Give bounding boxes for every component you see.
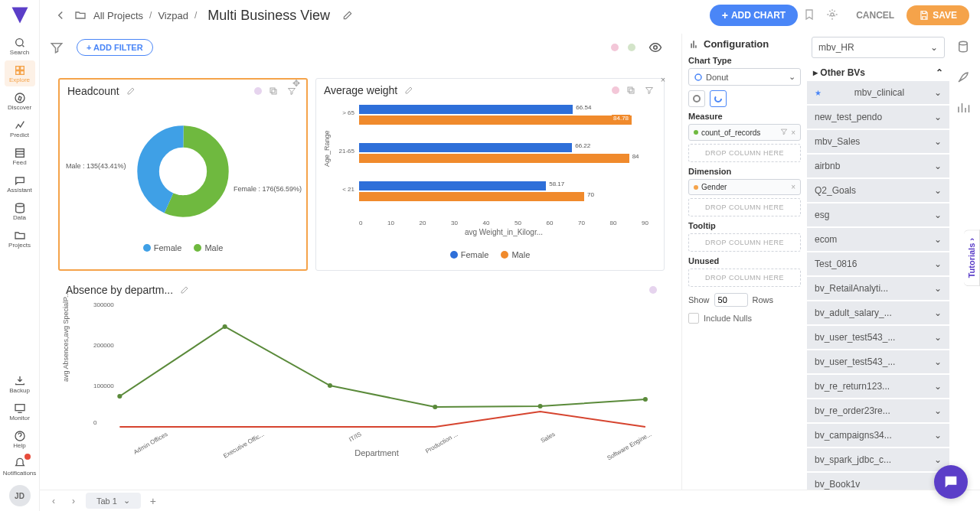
add-chart-button[interactable]: +ADD CHART: [710, 5, 799, 26]
copy-icon[interactable]: [624, 83, 638, 97]
save-button[interactable]: SAVE: [906, 5, 969, 25]
svg-point-10: [831, 13, 834, 16]
bv-item[interactable]: bv_user_test543_...⌄: [807, 350, 949, 373]
rail-style-icon[interactable]: [956, 70, 973, 87]
nav-help[interactable]: Help: [5, 426, 35, 452]
tutorials-tab[interactable]: Tutorials ›: [964, 229, 980, 286]
cancel-button[interactable]: CANCEL: [844, 5, 906, 25]
bar-female: 66.54: [359, 105, 573, 114]
remove-icon[interactable]: ×: [791, 129, 795, 137]
card-avgweight[interactable]: × Average weight Age_Range > 65 66.54 84…: [315, 78, 665, 271]
svg-point-19: [223, 324, 227, 329]
bv-list[interactable]: mbv_clinical⌄ new_test_pendo⌄ mbv_Sales⌄…: [807, 81, 949, 497]
nav-assistant[interactable]: Assistant: [5, 171, 35, 197]
remove-icon[interactable]: ×: [791, 183, 795, 191]
donut-ring-toggle[interactable]: [710, 90, 727, 107]
edit-icon[interactable]: [402, 83, 416, 97]
card-headcount[interactable]: Headcount Male : 135(43.41%) Female : 17…: [58, 78, 308, 271]
rail-db-icon[interactable]: [956, 40, 973, 57]
bv-item[interactable]: bv_spark_jdbc_c...⌄: [807, 448, 949, 471]
filter-icon[interactable]: [780, 128, 788, 137]
bv-item[interactable]: bv_re_order23re...⌄: [807, 399, 949, 422]
y-axis-label: Age_Range: [323, 130, 331, 167]
eye-icon[interactable]: [645, 37, 666, 58]
bv-item[interactable]: airbnb⌄: [807, 155, 949, 177]
breadcrumb-vizpad[interactable]: Vizpad: [158, 10, 188, 21]
dimension-pill[interactable]: Gender×: [688, 179, 801, 195]
drag-handle-icon[interactable]: ✥: [292, 78, 308, 93]
bookmark-icon[interactable]: [798, 8, 821, 23]
nav-explore[interactable]: Explore: [5, 60, 35, 86]
bv-select[interactable]: mbv_HR⌄: [812, 37, 945, 58]
y-axis-label: avg Absences,avg SpecialP...: [62, 292, 70, 382]
config-head: Configuration: [688, 38, 801, 50]
bv-item[interactable]: Q2_Goals⌄: [807, 179, 949, 202]
settings-icon[interactable]: [821, 8, 844, 23]
svg-point-21: [433, 405, 437, 409]
bv-item[interactable]: bv_campaigns34...⌄: [807, 424, 949, 447]
rail-chart-icon[interactable]: [956, 101, 973, 118]
nav-notifications[interactable]: Notifications: [5, 454, 35, 480]
edit-icon[interactable]: [178, 283, 191, 297]
nav-predict[interactable]: Predict: [5, 116, 35, 142]
bv-item[interactable]: bv_user_test543_...⌄: [807, 326, 949, 349]
nav-backup[interactable]: Backup: [5, 371, 35, 397]
unused-dropzone[interactable]: DROP COLUMN HERE: [688, 269, 801, 287]
copy-icon[interactable]: [266, 84, 280, 98]
chart-type-select[interactable]: Donut⌄: [688, 68, 801, 86]
measure-dropzone[interactable]: DROP COLUMN HERE: [688, 144, 801, 162]
tooltip-dropzone[interactable]: DROP COLUMN HERE: [688, 233, 801, 252]
breadcrumb-root[interactable]: All Projects: [93, 10, 143, 21]
nav-feed[interactable]: Feed: [5, 143, 35, 169]
edit-title-icon[interactable]: [338, 5, 358, 25]
nav-monitor[interactable]: Monitor: [5, 399, 35, 425]
bv-item[interactable]: bv_re_return123...⌄: [807, 375, 949, 398]
chat-fab[interactable]: [934, 465, 968, 499]
bv-item[interactable]: ecom⌄: [807, 228, 949, 251]
measure-label: Measure: [688, 112, 801, 121]
x-axis-label: avg Weight_in_Kilogr...: [359, 228, 648, 236]
close-icon[interactable]: ×: [658, 74, 668, 85]
bar-category: > 65: [332, 109, 354, 116]
legend-swatch: [194, 244, 201, 252]
donut-label-female: Female : 176(56.59%): [234, 185, 302, 193]
bv-item[interactable]: Test_0816⌄: [807, 252, 949, 275]
tab-add[interactable]: +: [145, 495, 161, 507]
bv-item[interactable]: new_test_pendo⌄: [807, 106, 949, 129]
include-nulls-checkbox[interactable]: Include Nulls: [688, 313, 801, 324]
bv-item[interactable]: bv_adult_salary_...⌄: [807, 301, 949, 324]
filter-icon[interactable]: [46, 37, 67, 58]
dimension-dropzone[interactable]: DROP COLUMN HERE: [688, 198, 801, 216]
card-absence[interactable]: Absence by departm... avg Absences,avg S…: [58, 278, 665, 474]
unused-label: Unused: [688, 256, 801, 265]
line-chart: [104, 306, 649, 428]
chevron-down-icon: ⌄: [123, 496, 130, 506]
nav-data[interactable]: Data: [5, 198, 35, 224]
measure-pill[interactable]: count_of_records×: [688, 124, 801, 141]
donut-chart: [137, 125, 229, 217]
tab-1[interactable]: Tab 1⌄: [86, 493, 141, 509]
bv-item[interactable]: bv_RetailAnalyti...⌄: [807, 277, 949, 300]
add-filter-button[interactable]: + ADD FILTER: [77, 39, 153, 56]
tab-next[interactable]: ›: [66, 496, 81, 506]
user-avatar[interactable]: JD: [9, 485, 31, 506]
folder-icon[interactable]: [70, 5, 90, 25]
edit-icon[interactable]: [124, 84, 138, 98]
tab-prev[interactable]: ‹: [46, 496, 61, 506]
y-tick: 300000: [93, 301, 114, 308]
svg-point-0: [15, 38, 22, 45]
bv-item[interactable]: esg⌄: [807, 203, 949, 226]
donut-full-toggle[interactable]: [688, 90, 705, 107]
bv-head[interactable]: ▸ Other BVs⌃: [807, 64, 949, 81]
rows-input[interactable]: [714, 293, 748, 307]
back-arrow-icon[interactable]: [51, 5, 70, 25]
filter-icon[interactable]: [642, 83, 656, 97]
bv-panel: mbv_HR⌄ ▸ Other BVs⌃ mbv_clinical⌄ new_t…: [807, 34, 949, 511]
svg-point-24: [695, 74, 701, 80]
bar-female: 58.17: [359, 181, 546, 190]
nav-projects[interactable]: Projects: [5, 226, 35, 252]
bv-item[interactable]: mbv_clinical⌄: [807, 81, 949, 104]
bv-item[interactable]: mbv_Sales⌄: [807, 130, 949, 153]
nav-search[interactable]: Search: [5, 33, 35, 59]
nav-discover[interactable]: Discover: [5, 88, 35, 114]
